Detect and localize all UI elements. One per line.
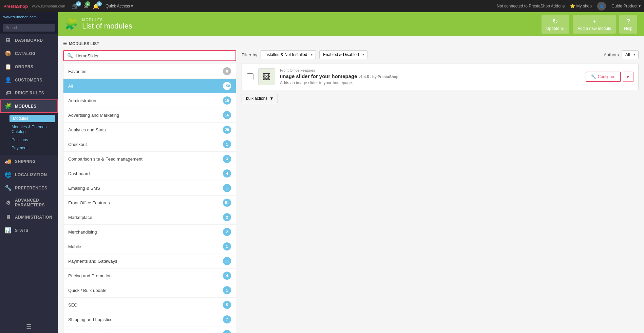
category-item-favorites[interactable]: Favorites 0 — [63, 64, 236, 79]
category-label-marketplace: Marketplace — [68, 215, 92, 220]
sidebar-item-preferences[interactable]: 🔧 PREFERENCES — [0, 181, 58, 195]
content-area: 🧩 MODULES List of modules ↻ Update all +… — [58, 12, 644, 333]
category-label-emailing: Emailing & SMS — [68, 186, 100, 191]
sidebar-subitem-modules-themes[interactable]: Modules & Themes Catalog — [7, 123, 58, 136]
messages-nav-icon[interactable]: ✉ 1 — [83, 3, 88, 10]
category-item-shipping[interactable]: Shipping and Logistics 7 — [63, 312, 236, 327]
configure-dropdown-button[interactable]: ▼ — [623, 72, 633, 82]
category-list: Favorites 0 All 158 Administration 15 — [63, 64, 236, 333]
sidebar-item-dashboard[interactable]: ⊞ DASHBOARD — [0, 34, 58, 47]
category-item-checkout[interactable]: Checkout 1 — [63, 137, 236, 152]
help-label: Help — [624, 26, 632, 31]
category-item-all[interactable]: All 158 — [63, 79, 236, 93]
filter-status-select[interactable]: Enabled & Disabled — [319, 50, 367, 59]
filter-install-select[interactable]: Installed & Not Installed — [261, 50, 316, 59]
module-description: Adds an image slider to your homepage. — [280, 80, 581, 85]
sidebar-footer: ☰ — [0, 320, 58, 333]
category-item-dashboard[interactable]: Dashboard 4 — [63, 166, 236, 181]
topbar: PrestaShop www.zuimoban.com 🛒 15 ✉ 1 🔔 5… — [0, 0, 644, 12]
filter-install-wrapper: Installed & Not Installed — [261, 50, 316, 59]
inner-content: ☰ MODULES LIST 🔍 Favorites 0 — [58, 36, 644, 333]
user-avatar[interactable]: 👤 — [597, 2, 606, 11]
module-name: Image slider for your homepage v1.4.5 - … — [280, 73, 581, 79]
shipping-icon: 🚚 — [5, 158, 12, 165]
not-connected-link[interactable]: Not connected to PrestaShop Addons — [497, 4, 565, 8]
category-badge-emailing: 1 — [223, 184, 231, 192]
update-all-button[interactable]: ↻ Update all — [542, 15, 569, 34]
modules-icon: 🧩 — [5, 103, 12, 109]
localization-icon: 🌐 — [5, 171, 12, 178]
category-label-front-office: Front Office Features — [68, 200, 110, 205]
category-badge-merchandising: 2 — [223, 228, 231, 236]
quick-access-button[interactable]: Quick Access ▾ — [106, 4, 133, 8]
sidebar-sub-nav: Modules Modules & Themes Catalog Positio… — [0, 113, 58, 155]
sidebar-toggle-button[interactable]: ☰ — [26, 323, 32, 330]
dashboard-icon: ⊞ — [5, 37, 12, 43]
category-item-marketplace[interactable]: Marketplace 2 — [63, 210, 236, 225]
orders-nav-icon[interactable]: 🛒 15 — [72, 3, 79, 10]
category-item-site-cert[interactable]: Site certification & Fraud prevention 1 — [63, 327, 236, 333]
category-item-advertising[interactable]: Advertising and Marketing 16 — [63, 108, 236, 123]
category-item-seo[interactable]: SEO 5 — [63, 298, 236, 312]
orders-badge: 15 — [76, 1, 81, 6]
sidebar-item-label-dashboard: DASHBOARD — [15, 38, 43, 43]
sidebar-item-stats[interactable]: 📊 STATS — [0, 224, 58, 237]
sidebar-item-customers[interactable]: 👤 CUSTOMERS — [0, 73, 58, 87]
category-item-analytics[interactable]: Analytics and Stats 29 — [63, 123, 236, 137]
help-icon: ? — [626, 18, 630, 25]
my-shop-link[interactable]: ⭐ My shop — [570, 4, 592, 8]
help-button[interactable]: ? Help — [619, 15, 637, 34]
sidebar-subitem-positions[interactable]: Positions — [7, 136, 58, 144]
add-module-button[interactable]: + Add a new module — [573, 15, 616, 34]
sidebar-item-catalog[interactable]: 📦 CATALOG — [0, 47, 58, 60]
bulk-actions-button[interactable]: bulk actions ▼ — [242, 94, 278, 103]
sidebar-item-shipping[interactable]: 🚚 SHIPPING — [0, 155, 58, 168]
authors-select[interactable]: All — [622, 50, 639, 59]
module-search-input[interactable] — [76, 53, 232, 58]
page-breadcrumb: MODULES — [82, 18, 132, 22]
module-info: Front Office Features Image slider for y… — [280, 68, 581, 85]
sidebar-item-label-catalog: CATALOG — [15, 51, 36, 56]
module-checkbox[interactable] — [247, 73, 253, 80]
sidebar-item-advanced[interactable]: ⚙ ADVANCED PARAMETERS — [0, 195, 58, 211]
sidebar-item-localization[interactable]: 🌐 LOCALIZATION — [0, 168, 58, 181]
category-item-payments[interactable]: Payments and Gateways 11 — [63, 254, 236, 269]
sidebar-item-label-customers: CUSTOMERS — [15, 78, 42, 82]
module-category: Front Office Features — [280, 68, 581, 72]
sidebar-item-administration[interactable]: 🖥 ADMINISTRATION — [0, 211, 58, 224]
authors-group: Authors All — [604, 50, 639, 59]
category-item-quick-bulk[interactable]: Quick / Bulk update 1 — [63, 283, 236, 298]
sidebar-item-price-rules[interactable]: 🏷 PRICE RULES — [0, 87, 58, 99]
category-badge-mobile: 1 — [223, 242, 231, 251]
category-item-administration[interactable]: Administration 15 — [63, 93, 236, 108]
sidebar-nav: ⊞ DASHBOARD 📦 CATALOG 📋 ORDERS 👤 CUSTOME… — [0, 34, 58, 320]
modules-list-header: ☰ MODULES LIST — [63, 41, 639, 46]
category-item-merchandising[interactable]: Merchandising 2 — [63, 225, 236, 239]
category-item-front-office[interactable]: Front Office Features 51 — [63, 196, 236, 210]
price-rules-icon: 🏷 — [5, 90, 12, 96]
user-menu[interactable]: Guide Product ▾ — [611, 4, 641, 8]
authors-label: Authors — [604, 52, 619, 57]
topbar-right: Not connected to PrestaShop Addons ⭐ My … — [497, 2, 641, 11]
category-item-pricing[interactable]: Pricing and Promotion 4 — [63, 269, 236, 283]
category-label-payments: Payments and Gateways — [68, 259, 117, 264]
alerts-nav-icon[interactable]: 🔔 5 — [93, 3, 99, 10]
configure-button[interactable]: 🔧 Configure — [586, 72, 621, 82]
category-badge-analytics: 29 — [223, 126, 231, 134]
category-label-favorites: Favorites — [68, 69, 86, 74]
sidebar-brand: www.zuimoban.com — [0, 12, 58, 22]
category-badge-payments: 11 — [223, 257, 231, 265]
category-badge-comparison: 3 — [223, 155, 231, 163]
sidebar-item-modules[interactable]: 🧩 MODULES — [0, 99, 58, 113]
category-badge-seo: 5 — [223, 301, 231, 309]
category-item-comparison[interactable]: Comparison site & Feed management 3 — [63, 152, 236, 166]
category-item-emailing[interactable]: Emailing & SMS 1 — [63, 181, 236, 196]
category-badge-checkout: 1 — [223, 140, 231, 148]
sidebar-item-orders[interactable]: 📋 ORDERS — [0, 60, 58, 73]
sidebar-search-input[interactable] — [3, 24, 55, 32]
category-badge-administration: 15 — [223, 96, 231, 105]
sidebar-subitem-modules[interactable]: Modules — [10, 115, 55, 122]
sidebar-subitem-payment[interactable]: Payment — [7, 144, 58, 152]
category-item-mobile[interactable]: Mobile 1 — [63, 239, 236, 254]
category-label-site-cert: Site certification & Fraud prevention — [68, 332, 138, 333]
